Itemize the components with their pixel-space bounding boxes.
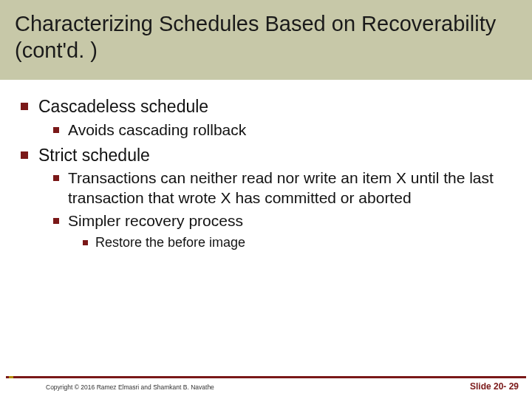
bullet-row: Strict schedule xyxy=(21,145,519,166)
list-item: Avoids cascading rollback xyxy=(53,120,519,140)
copyright-text: Copyright © 2016 Ramez Elmasri and Shamk… xyxy=(46,383,214,391)
square-bullet-icon xyxy=(21,151,28,159)
list-item: Restore the before image xyxy=(83,234,519,251)
slide-title: Characterizing Schedules Based on Recove… xyxy=(15,10,517,64)
square-bullet-icon xyxy=(53,127,59,133)
square-bullet-icon xyxy=(83,240,88,245)
bullet-text: Simpler recovery process xyxy=(68,211,243,231)
bullet-text: Transactions can neither read nor write … xyxy=(68,168,519,208)
square-bullet-icon xyxy=(53,218,59,224)
bullet-row: Avoids cascading rollback xyxy=(53,120,519,140)
list-item: Cascadeless schedule Avoids cascading ro… xyxy=(21,96,519,140)
bullet-row: Cascadeless schedule xyxy=(21,96,519,117)
bullet-text: Restore the before image xyxy=(95,234,245,251)
square-bullet-icon xyxy=(21,103,28,110)
list-item: Transactions can neither read nor write … xyxy=(53,168,519,251)
title-band: Characterizing Schedules Based on Recove… xyxy=(0,0,532,80)
slide-number: Slide 20- 29 xyxy=(470,381,519,392)
footer: Copyright © 2016 Ramez Elmasri and Shamk… xyxy=(0,374,532,399)
bullet-row: Simpler recovery process xyxy=(53,211,519,231)
square-bullet-icon xyxy=(53,175,59,181)
list-item: Strict schedule Transactions can neither… xyxy=(21,145,519,252)
slide: Characterizing Schedules Based on Recove… xyxy=(0,0,532,399)
bullet-text: Cascadeless schedule xyxy=(38,96,208,117)
content-area: Cascadeless schedule Avoids cascading ro… xyxy=(21,96,519,256)
bullet-text: Strict schedule xyxy=(38,145,150,166)
footer-stripe xyxy=(6,376,526,378)
bullet-row: Restore the before image xyxy=(83,234,519,251)
bullet-row: Transactions can neither read nor write … xyxy=(53,168,519,208)
bullet-text: Avoids cascading rollback xyxy=(68,120,246,140)
